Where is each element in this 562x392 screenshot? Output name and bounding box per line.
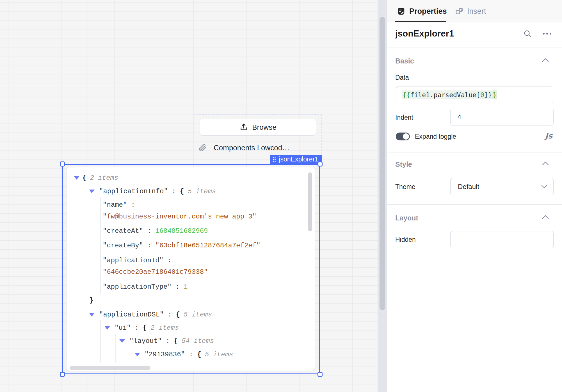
json-token-brace: {: [82, 174, 86, 182]
json-token-items: 2 items: [150, 324, 179, 332]
json-token-brace: }: [89, 297, 93, 304]
json-token-key: "applicationInfo": [99, 188, 168, 195]
json-row: {2 items: [82, 174, 118, 183]
json-explorer-component[interactable]: {2 items"applicationInfo" : {5 items"nam…: [66, 167, 315, 371]
theme-select-value: Default: [458, 183, 479, 191]
json-row: "name" :: [103, 200, 135, 209]
json-row: "fw@business-inventor.com's new app 3": [103, 212, 256, 221]
expander-triangle-icon[interactable]: [74, 176, 79, 180]
json-token-items: 54 items: [182, 337, 214, 345]
json-token-items: 5 items: [188, 188, 216, 195]
json-token-sep: :: [143, 242, 155, 249]
json-horizontal-scrollbar[interactable]: [70, 366, 150, 370]
upload-icon: [239, 123, 248, 131]
json-row: "applicationDSL" : {5 items: [99, 310, 212, 319]
json-token-brace: {: [143, 324, 147, 332]
expander-triangle-icon[interactable]: [89, 313, 95, 316]
more-actions-button[interactable]: [542, 27, 553, 40]
hidden-input[interactable]: [450, 231, 554, 248]
section-basic-title: Basic: [395, 57, 414, 65]
json-token-sep: :: [164, 311, 176, 318]
editor-canvas[interactable]: Browse Components Lowcod… jsonExplorer1: [0, 0, 378, 392]
theme-select[interactable]: Default: [450, 178, 554, 195]
expander-triangle-icon[interactable]: [134, 353, 140, 356]
json-token-key: "createAt": [103, 227, 143, 235]
tab-insert-label: Insert: [467, 7, 486, 16]
json-vertical-scrollbar[interactable]: [308, 172, 312, 231]
json-token-key: "layout": [129, 337, 162, 345]
json-row: "applicationInfo" : {5 items: [99, 187, 216, 196]
resize-handle-bottom-left[interactable]: [60, 372, 65, 377]
json-row: "646ccbe20ae7186401c79338": [103, 268, 208, 277]
json-token-int: 1: [184, 283, 188, 291]
canvas-scrollbar[interactable]: [380, 17, 385, 310]
expander-triangle-icon[interactable]: [119, 339, 125, 343]
ellipsis-icon: [542, 32, 552, 35]
indent-field-label: Indent: [395, 114, 413, 121]
component-name-title: jsonExplorer1: [395, 29, 454, 39]
chevron-up-icon: [542, 58, 549, 62]
data-field-label: Data: [395, 74, 409, 81]
json-token-sep: :: [127, 201, 135, 209]
tab-properties-label: Properties: [409, 7, 447, 16]
json-token-key: "createBy": [103, 242, 143, 249]
json-row: "applicationType" : 1: [103, 282, 188, 291]
indent-guide: [115, 334, 116, 363]
json-token-sep: :: [143, 227, 155, 235]
json-token-key: "applicationDSL": [99, 311, 164, 318]
json-row: "ui" : {2 items: [115, 323, 179, 332]
component-name-badge[interactable]: jsonExplorer1: [270, 155, 322, 164]
expander-triangle-icon[interactable]: [89, 190, 95, 193]
search-button[interactable]: [522, 27, 533, 40]
properties-icon: [397, 7, 405, 15]
js-code-button[interactable]: Js: [538, 131, 552, 142]
json-token-items: 5 items: [184, 311, 212, 318]
resize-handle-bottom-right[interactable]: [317, 372, 323, 377]
indent-guide: [100, 197, 101, 294]
uploaded-file-item[interactable]: Components Lowcod…: [199, 142, 317, 153]
json-token-sep: :: [185, 351, 197, 358]
json-token-items: 2 items: [90, 174, 118, 182]
toggle-knob: [403, 133, 409, 140]
collapse-basic-button[interactable]: [542, 58, 550, 65]
tab-properties[interactable]: Properties: [397, 0, 447, 22]
json-row: "applicationId" :: [103, 256, 172, 265]
data-input[interactable]: {{file1.parsedValue[0]}}: [396, 86, 553, 103]
resize-handle-top-right[interactable]: [317, 161, 323, 167]
json-token-brace: {: [180, 188, 184, 195]
indent-guide: [131, 347, 131, 363]
tab-insert[interactable]: Insert: [455, 0, 486, 22]
panel-tabbar: Properties Insert: [387, 0, 562, 22]
json-row: "createBy" : "63cbf18e651287684a7ef2ef": [103, 241, 261, 250]
json-row: "29139836" : {5 items: [145, 350, 233, 359]
file-upload-component[interactable]: Browse Components Lowcod…: [194, 115, 321, 159]
json-row: "createAt" : 1684851682969: [103, 227, 208, 236]
uploaded-file-name: Components Lowcod…: [214, 143, 289, 152]
hidden-field-label: Hidden: [395, 236, 416, 243]
drag-handle-icon[interactable]: [272, 157, 276, 162]
resize-handle-top-left[interactable]: [60, 161, 65, 167]
chevron-up-icon: [542, 215, 549, 219]
expand-toggle-switch[interactable]: [396, 133, 410, 140]
browse-button[interactable]: Browse: [200, 119, 316, 136]
json-token-sep: :: [163, 257, 172, 264]
json-token-number: 1684851682969: [155, 227, 208, 235]
json-token-sep: :: [168, 188, 180, 195]
json-row: "layout" : {54 items: [129, 337, 214, 346]
section-divider: [387, 152, 562, 152]
json-token-key: "applicationType": [103, 283, 172, 291]
expander-triangle-icon[interactable]: [104, 326, 110, 330]
indent-input[interactable]: [450, 109, 554, 126]
json-token-brace: {: [174, 337, 178, 345]
indent-guide: [100, 320, 101, 363]
json-token-string: "63cbf18e651287684a7ef2ef": [155, 242, 260, 249]
panel-divider: [378, 0, 387, 392]
indent-guide: [85, 183, 85, 363]
collapse-layout-button[interactable]: [542, 215, 550, 222]
chevron-down-icon: [541, 184, 548, 189]
expand-toggle-label: Expand toggle: [415, 133, 456, 140]
json-token-key: "name": [103, 201, 127, 209]
theme-field-label: Theme: [395, 183, 415, 191]
json-token-brace: {: [176, 311, 180, 318]
collapse-style-button[interactable]: [542, 161, 550, 168]
